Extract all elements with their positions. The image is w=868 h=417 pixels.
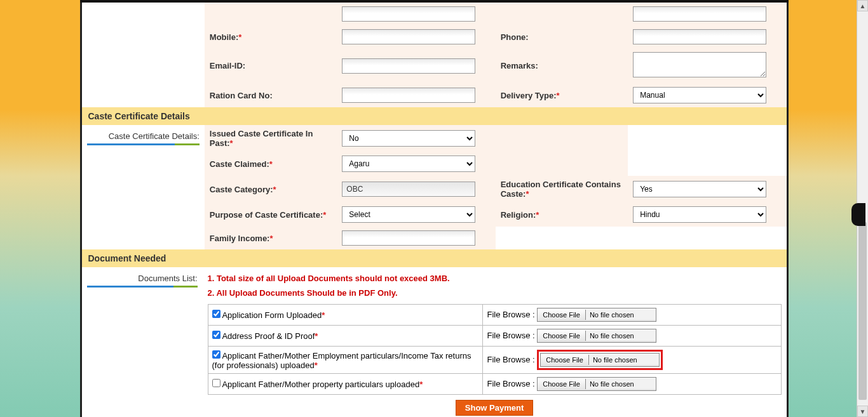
family-income-input[interactable] <box>342 230 475 246</box>
mobile-input[interactable] <box>342 29 475 44</box>
required-asterisk: * <box>269 159 273 169</box>
file-browse-label: File Browse : <box>487 310 537 319</box>
purpose-label: Purpose of Caste Certificate: <box>210 210 323 220</box>
scroll-thumb[interactable] <box>858 222 867 400</box>
required-asterisk: * <box>323 210 326 220</box>
documents-table: Application Form Uploaded*File Browse : … <box>208 304 782 395</box>
required-asterisk: * <box>273 185 276 194</box>
applicant-details-table: Mobile:* Phone: Email-ID: Remarks: Ratio… <box>82 3 787 107</box>
claimed-select[interactable]: Agaru <box>342 156 475 172</box>
prev-field-2-input[interactable] <box>633 6 766 22</box>
documents-outer-table: Documents List: 1. Total size of all Upl… <box>82 267 787 417</box>
doc-row: Applicant Father/Mother Employment parti… <box>208 347 781 374</box>
doc-row: Application Form Uploaded*File Browse : … <box>208 305 781 326</box>
ration-input[interactable] <box>342 88 475 103</box>
side-widget-icon[interactable] <box>851 203 865 226</box>
religion-label: Religion: <box>501 210 536 220</box>
required-asterisk: * <box>269 234 273 243</box>
edu-select[interactable]: Yes <box>633 181 766 197</box>
email-label: Email-ID: <box>210 61 245 70</box>
required-asterisk: * <box>315 361 318 370</box>
file-browse-label: File Browse : <box>487 379 537 388</box>
required-asterisk: * <box>230 138 233 148</box>
caste-section-header: Caste Certificate Details <box>82 107 787 125</box>
required-asterisk: * <box>322 310 325 320</box>
file-chosen-text: No file chosen <box>586 331 656 341</box>
doc-label: Address Proof & ID Proof <box>220 331 315 341</box>
doc-checkbox[interactable] <box>212 331 220 339</box>
mobile-label: Mobile: <box>210 32 239 42</box>
choose-file-button[interactable]: Choose File <box>538 379 586 389</box>
category-value <box>342 182 475 197</box>
doc-row: Applicant Father/Mother property particu… <box>208 374 781 395</box>
doc-checkbox[interactable] <box>212 350 220 359</box>
docs-section-header: Document Needed <box>82 249 787 267</box>
religion-select[interactable]: Hindu <box>633 206 766 223</box>
doc-label: Application Form Uploaded <box>220 310 322 320</box>
required-asterisk: * <box>419 380 423 389</box>
email-input[interactable] <box>342 58 475 74</box>
purpose-select[interactable]: Select <box>342 206 475 223</box>
ration-label: Ration Card No: <box>210 91 273 100</box>
caste-details-table: Caste Certificate Details: Issued Caste … <box>82 125 787 249</box>
claimed-label: Caste Claimed: <box>210 159 269 169</box>
remarks-textarea[interactable] <box>633 52 766 77</box>
issued-select[interactable]: No <box>342 130 475 147</box>
file-chosen-text: No file chosen <box>589 355 659 365</box>
choose-file-button[interactable]: Choose File <box>541 355 589 365</box>
caste-side-label: Caste Certificate Details: <box>109 131 200 141</box>
required-asterisk: * <box>557 91 560 100</box>
scroll-down-arrow-icon[interactable]: ▼ <box>857 406 868 417</box>
family-income-label: Family Income: <box>210 234 270 243</box>
file-input[interactable]: Choose FileNo file chosen <box>540 353 660 367</box>
category-label: Caste Category: <box>210 185 273 194</box>
file-input[interactable]: Choose FileNo file chosen <box>537 377 656 391</box>
delivery-type-select[interactable]: Manual <box>633 87 766 103</box>
issued-label: Issued Caste Certificate In Past: <box>210 129 313 148</box>
prev-field-input[interactable] <box>342 6 475 22</box>
file-chosen-text: No file chosen <box>586 310 656 320</box>
form-container: Mobile:* Phone: Email-ID: Remarks: Ratio… <box>80 3 789 417</box>
delivery-label: Delivery Type: <box>501 91 557 100</box>
phone-label: Phone: <box>501 32 529 42</box>
choose-file-button[interactable]: Choose File <box>538 310 586 320</box>
remarks-label: Remarks: <box>501 61 538 70</box>
doc-row: Address Proof & ID Proof*File Browse : C… <box>208 326 781 347</box>
required-asterisk: * <box>315 331 318 341</box>
doc-label: Applicant Father/Mother Employment parti… <box>212 351 471 370</box>
required-asterisk: * <box>536 210 539 220</box>
doc-instruction-2: 2. All Upload Documents Should be in PDF… <box>208 286 782 300</box>
file-input[interactable]: Choose FileNo file chosen <box>537 308 656 322</box>
required-asterisk: * <box>238 32 241 42</box>
file-browse-label: File Browse : <box>487 331 537 340</box>
edu-label: Education Certificate Contains Caste: <box>501 180 621 199</box>
doc-label: Applicant Father/Mother property particu… <box>220 380 420 389</box>
file-browse-label: File Browse : <box>487 355 537 364</box>
side-underline <box>87 143 200 145</box>
doc-checkbox[interactable] <box>212 310 220 318</box>
choose-file-button[interactable]: Choose File <box>538 331 586 341</box>
show-payment-button[interactable]: Show Payment <box>456 400 533 416</box>
scroll-up-arrow-icon[interactable]: ▲ <box>857 0 868 11</box>
doc-checkbox[interactable] <box>212 379 220 387</box>
highlighted-file-input: Choose FileNo file chosen <box>537 350 663 370</box>
doc-instruction-1: 1. Total size of all Upload Documents sh… <box>208 271 782 286</box>
phone-input[interactable] <box>633 29 766 44</box>
file-chosen-text: No file chosen <box>586 379 656 389</box>
side-underline <box>87 286 198 288</box>
file-input[interactable]: Choose FileNo file chosen <box>537 329 656 343</box>
required-asterisk: * <box>526 189 529 199</box>
docs-side-label: Documents List: <box>138 274 197 283</box>
